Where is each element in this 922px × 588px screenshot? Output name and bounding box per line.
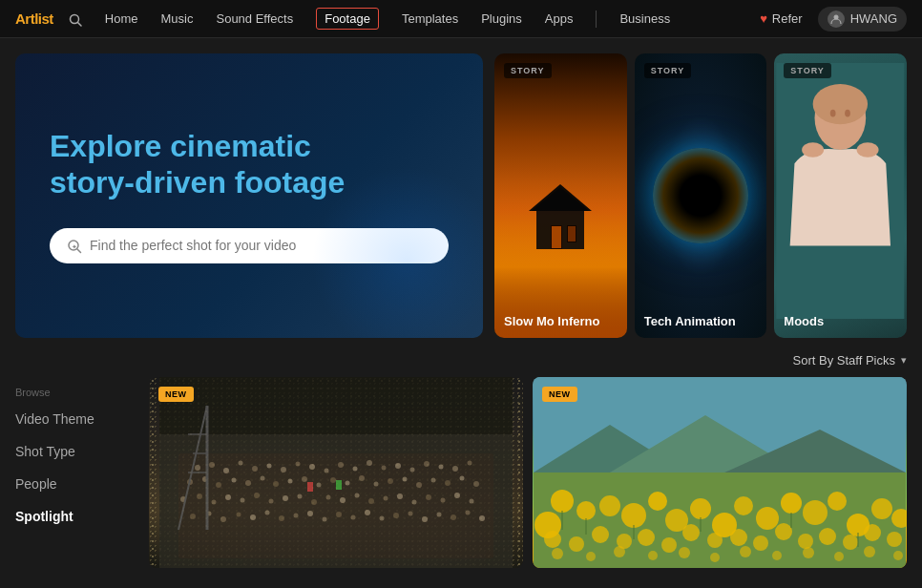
- svg-point-40: [452, 466, 458, 472]
- svg-point-31: [325, 469, 329, 473]
- svg-point-143: [753, 536, 768, 551]
- svg-point-138: [638, 529, 655, 546]
- svg-point-117: [551, 490, 574, 513]
- story-label-fire: Slow Mo Inferno: [504, 314, 599, 328]
- nav-footage[interactable]: Footage: [316, 8, 379, 30]
- new-badge-flowers: NEW: [542, 387, 577, 402]
- heart-icon: ♥: [760, 11, 767, 26]
- svg-rect-11: [568, 226, 576, 242]
- svg-point-145: [798, 534, 813, 549]
- svg-point-152: [614, 546, 625, 557]
- story-card-moods[interactable]: STORY Moods: [774, 53, 907, 338]
- svg-point-95: [351, 515, 356, 520]
- svg-point-151: [586, 552, 596, 561]
- svg-point-54: [359, 475, 365, 481]
- nav-sound-effects[interactable]: Sound Effects: [216, 11, 293, 26]
- svg-point-76: [368, 498, 374, 504]
- svg-point-38: [424, 461, 430, 467]
- svg-point-78: [397, 494, 403, 499]
- svg-point-126: [734, 496, 753, 515]
- video-grid: NEW: [149, 377, 907, 568]
- svg-point-71: [298, 494, 303, 499]
- nav-music[interactable]: Music: [161, 11, 194, 26]
- svg-point-18: [845, 110, 850, 117]
- svg-point-27: [267, 464, 272, 469]
- hero-search-bar[interactable]: ✦: [50, 228, 449, 263]
- svg-point-140: [682, 524, 700, 541]
- svg-point-144: [775, 523, 792, 540]
- nav-links: Home Music Sound Effects Footage Templat…: [105, 8, 760, 30]
- user-menu[interactable]: HWANG: [818, 7, 907, 32]
- video-card-flowers[interactable]: NEW: [533, 377, 907, 568]
- search-icon[interactable]: [69, 10, 82, 26]
- svg-point-87: [237, 513, 241, 517]
- svg-point-146: [819, 528, 836, 545]
- video-card-crowd[interactable]: NEW: [149, 377, 523, 568]
- svg-point-91: [294, 514, 299, 518]
- sidebar-item-shot-type[interactable]: Shot Type: [15, 444, 149, 459]
- story-badge-fire: STORY: [504, 63, 552, 78]
- svg-point-83: [470, 499, 474, 504]
- svg-point-51: [317, 483, 322, 488]
- svg-point-28: [281, 467, 286, 472]
- svg-point-49: [288, 479, 293, 484]
- svg-point-93: [323, 517, 327, 522]
- svg-point-89: [265, 511, 270, 515]
- nav-apps[interactable]: Apps: [545, 11, 574, 26]
- sidebar-item-people[interactable]: People: [15, 476, 149, 492]
- svg-point-88: [250, 514, 256, 520]
- story-card-fire[interactable]: STORY Slow Mo Inferno: [494, 53, 627, 338]
- svg-point-132: [871, 498, 892, 519]
- sort-button[interactable]: Sort By Staff Picks ▾: [793, 353, 907, 368]
- svg-point-127: [756, 507, 779, 530]
- sidebar-item-spotlight[interactable]: Spotlight: [15, 509, 149, 524]
- svg-point-101: [437, 513, 442, 517]
- svg-point-124: [690, 498, 711, 519]
- svg-point-104: [479, 515, 485, 521]
- svg-text:✦: ✦: [72, 243, 77, 250]
- svg-point-15: [802, 142, 824, 157]
- svg-marker-9: [529, 184, 592, 211]
- svg-point-53: [346, 481, 350, 486]
- svg-point-154: [679, 547, 690, 558]
- svg-point-122: [648, 492, 667, 511]
- chevron-down-icon: ▾: [901, 354, 907, 367]
- nav-right: ♥ Refer HWANG: [760, 7, 907, 32]
- svg-point-55: [374, 482, 379, 487]
- svg-point-70: [283, 495, 288, 501]
- svg-point-156: [740, 546, 751, 557]
- svg-point-30: [309, 464, 315, 470]
- svg-point-134: [544, 531, 561, 548]
- nav-templates[interactable]: Templates: [402, 11, 458, 26]
- story-card-eye[interactable]: STORY Tech Animation: [635, 53, 767, 338]
- svg-rect-110: [307, 482, 313, 492]
- video-cards: NEW: [149, 377, 907, 568]
- nav-plugins[interactable]: Plugins: [481, 11, 522, 26]
- nav-home[interactable]: Home: [105, 11, 138, 26]
- refer-button[interactable]: ♥ Refer: [760, 11, 803, 26]
- browse-label: Browse: [15, 387, 149, 398]
- sidebar-item-video-theme[interactable]: Video Theme: [15, 411, 149, 427]
- search-input[interactable]: [90, 238, 431, 253]
- nav-divider: [596, 10, 597, 28]
- logo[interactable]: Artlist: [15, 10, 53, 27]
- svg-point-98: [393, 513, 399, 518]
- svg-point-26: [252, 466, 258, 472]
- svg-point-153: [648, 551, 658, 560]
- svg-point-45: [232, 478, 237, 483]
- svg-point-67: [241, 498, 245, 503]
- svg-point-150: [552, 548, 563, 559]
- svg-rect-10: [552, 226, 561, 248]
- nav-business[interactable]: Business: [619, 11, 670, 26]
- svg-point-80: [426, 494, 431, 500]
- svg-point-118: [576, 501, 596, 520]
- svg-point-149: [887, 532, 902, 547]
- svg-point-50: [302, 476, 307, 482]
- svg-point-66: [225, 494, 231, 500]
- search-magic-icon: ✦: [67, 238, 82, 254]
- svg-point-86: [220, 516, 226, 522]
- svg-point-35: [382, 466, 387, 471]
- svg-point-84: [190, 514, 196, 519]
- svg-point-33: [353, 467, 358, 472]
- svg-point-82: [454, 493, 460, 498]
